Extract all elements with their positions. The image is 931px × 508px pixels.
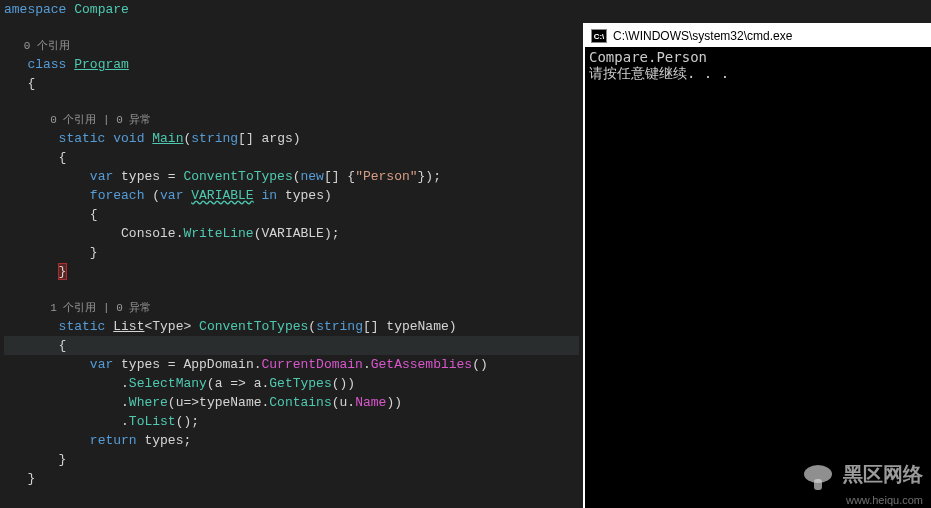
cmd-output-line: Compare.Person [589, 49, 927, 65]
codelens-refs-2[interactable]: 0 个引用 | 0 异常 [4, 112, 579, 129]
codelens-refs-1[interactable]: 0 个引用 [4, 38, 579, 55]
method-convent: ConventToTypes [199, 319, 308, 334]
cmd-output: Compare.Person 请按任意键继续. . . [585, 47, 931, 83]
watermark: 黑区网络 www.heiqu.com [800, 463, 923, 508]
cmd-window[interactable]: C:\ C:\WINDOWS\system32\cmd.exe Compare.… [583, 23, 931, 508]
class-name: Program [74, 57, 129, 72]
cmd-output-line: 请按任意键继续. . . [589, 65, 927, 81]
cmd-titlebar[interactable]: C:\ C:\WINDOWS\system32\cmd.exe [585, 25, 931, 47]
cmd-icon: C:\ [591, 29, 607, 43]
keyword-class: class [27, 57, 66, 72]
closing-brace-highlighted: } [59, 264, 67, 279]
cmd-title: C:\WINDOWS\system32\cmd.exe [613, 29, 792, 43]
call-convent: ConventToTypes [183, 169, 292, 184]
svg-rect-1 [814, 479, 822, 490]
current-line-highlight: { [4, 336, 579, 355]
codelens-refs-3[interactable]: 1 个引用 | 0 异常 [4, 300, 579, 317]
keyword-namespace: amespace [4, 2, 66, 17]
code-editor[interactable]: amespace Compare 0 个引用 class Program { 0… [0, 0, 583, 508]
method-main: Main [152, 131, 183, 146]
mushroom-icon [800, 463, 836, 493]
